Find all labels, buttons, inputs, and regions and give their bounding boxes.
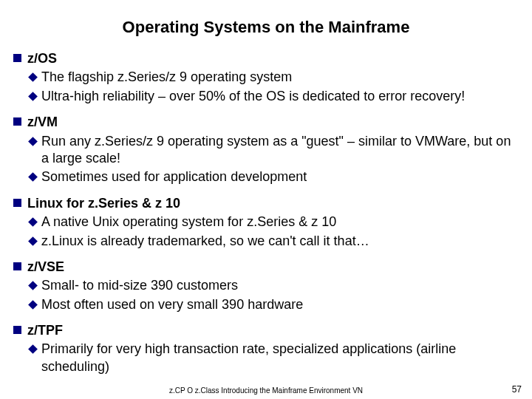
diamond-bullet-icon	[28, 137, 38, 146]
sub-list-item-text: Small- to mid-size 390 customers	[41, 277, 238, 294]
sub-list-item-text: z.Linux is already trademarked, so we ca…	[41, 233, 369, 250]
diamond-bullet-icon	[28, 300, 38, 310]
sub-list-item: Sometimes used for application developme…	[13, 168, 519, 185]
square-bullet-icon	[13, 117, 21, 126]
sub-list-item-text: Most often used on very small 390 hardwa…	[41, 296, 303, 313]
sub-list-item-text: Sometimes used for application developme…	[41, 168, 307, 185]
list-item-row: z/TPF	[13, 322, 519, 339]
diamond-bullet-icon	[28, 217, 38, 227]
list-item-row: z/VSE	[13, 259, 519, 276]
diamond-bullet-icon	[28, 92, 38, 101]
square-bullet-icon	[13, 326, 21, 334]
diamond-bullet-icon	[28, 281, 38, 290]
list-item-label: Linux for z.Series & z 10	[27, 195, 180, 212]
list-item: z/VMRun any z.Series/z 9 operating syste…	[13, 114, 519, 186]
list-item-label: z/VM	[27, 114, 58, 131]
square-bullet-icon	[13, 199, 21, 207]
diamond-bullet-icon	[28, 345, 38, 355]
sub-list-item-text: A native Unix operating system for z.Ser…	[41, 214, 336, 231]
page-title: Operating Systems on the Mainframe	[13, 18, 519, 37]
list-item-row: z/VM	[13, 114, 519, 131]
sub-list-item: Ultra-high reliability – over 50% of the…	[13, 88, 519, 105]
footer-center: z.CP O z.Class Introducing the Mainframe…	[0, 386, 532, 395]
list-item-row: z/OS	[13, 50, 519, 67]
diamond-bullet-icon	[28, 73, 38, 83]
sub-list: A native Unix operating system for z.Ser…	[13, 214, 519, 250]
sub-list-item: The flagship z.Series/z 9 operating syst…	[13, 69, 519, 86]
sub-list: Run any z.Series/z 9 operating system as…	[13, 133, 519, 186]
list-item: z/TPFPrimarily for very high transaction…	[13, 322, 519, 375]
sub-list-item: Run any z.Series/z 9 operating system as…	[13, 133, 519, 168]
diamond-bullet-icon	[28, 172, 38, 182]
list-item-label: z/OS	[27, 50, 57, 67]
sub-list: Primarily for very high transaction rate…	[13, 341, 519, 375]
slide: Operating Systems on the Mainframe z/OST…	[0, 0, 532, 375]
sub-list-item-text: Primarily for very high transaction rate…	[41, 341, 519, 375]
sub-list-item: z.Linux is already trademarked, so we ca…	[13, 233, 519, 250]
sub-list-item: Primarily for very high transaction rate…	[13, 341, 519, 375]
list-item-label: z/VSE	[27, 259, 64, 276]
list-item: Linux for z.Series & z 10A native Unix o…	[13, 195, 519, 250]
sub-list-item-text: Ultra-high reliability – over 50% of the…	[41, 88, 465, 105]
square-bullet-icon	[13, 54, 21, 62]
sub-list-item: A native Unix operating system for z.Ser…	[13, 214, 519, 231]
sub-list-item: Most often used on very small 390 hardwa…	[13, 296, 519, 313]
content-list: z/OSThe flagship z.Series/z 9 operating …	[13, 50, 519, 375]
diamond-bullet-icon	[28, 236, 38, 246]
list-item-label: z/TPF	[27, 322, 63, 339]
sub-list-item-text: Run any z.Series/z 9 operating system as…	[41, 133, 519, 168]
square-bullet-icon	[13, 262, 21, 270]
sub-list: Small- to mid-size 390 customersMost oft…	[13, 277, 519, 313]
list-item: z/VSESmall- to mid-size 390 customersMos…	[13, 259, 519, 313]
sub-list: The flagship z.Series/z 9 operating syst…	[13, 69, 519, 105]
sub-list-item-text: The flagship z.Series/z 9 operating syst…	[41, 69, 292, 86]
list-item-row: Linux for z.Series & z 10	[13, 195, 519, 212]
list-item: z/OSThe flagship z.Series/z 9 operating …	[13, 50, 519, 105]
footer-page-number: 57	[512, 384, 522, 395]
sub-list-item: Small- to mid-size 390 customers	[13, 277, 519, 294]
